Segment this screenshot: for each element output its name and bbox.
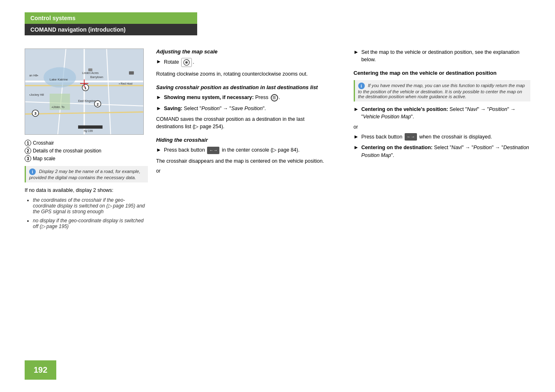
press-back-crosshair-text: Press back button ←→ when the crosshair … — [361, 133, 492, 141]
bullet-list: the coordinates of the crosshair if the … — [25, 197, 148, 229]
if-no-data-label: If no data is available, display 2 shows… — [25, 187, 148, 194]
destination-bullet: ► Centering on the destination: Select "… — [354, 144, 531, 159]
svg-rect-26 — [78, 125, 102, 129]
subtitle: COMAND navigation (introduction) — [30, 26, 126, 33]
rotate-icon — [181, 58, 192, 67]
press-back-text: Press back button ←→ in the center conso… — [164, 146, 299, 154]
rotate-desc: Rotating clockwise zooms in, rotating co… — [156, 70, 333, 78]
legend-num-3: 3 — [25, 155, 31, 162]
or-label-middle: or — [156, 168, 333, 174]
subheader-bar: COMAND navigation (introduction) — [25, 24, 197, 35]
svg-text:•Jockey Hill: •Jockey Hill — [29, 93, 44, 97]
info-note-2: i If you have moved the map, you can use… — [354, 80, 531, 101]
press-back-bullet: ► Press back button ←→ in the center con… — [156, 146, 333, 154]
rotate-text: Rotate . — [164, 58, 194, 67]
svg-text:Ny·199: Ny·199 — [84, 129, 93, 133]
legend-num-1: 1 — [25, 140, 31, 146]
svg-point-31 — [185, 61, 188, 64]
set-map-text: Set the map to the vehicle or destinatio… — [361, 48, 530, 63]
svg-text:Linden Acres: Linden Acres — [82, 71, 99, 74]
destination-label: Centering on the destination: — [361, 145, 433, 150]
vehicle-position-bullet: ► Centering on the vehicle's position: S… — [354, 106, 531, 120]
set-map-bullet: ► Set the map to the vehicle or destinat… — [354, 48, 531, 63]
arrow-icon-set: ► — [354, 49, 359, 55]
destination-text: Centering on the destination: Select "Na… — [361, 144, 530, 159]
info-icon-2: i — [358, 83, 365, 89]
hiding-body: The crosshair disappears and the map is … — [156, 157, 333, 165]
legend-label-2: Details of the crosshair position — [33, 148, 101, 154]
svg-rect-28 — [129, 71, 134, 74]
svg-text:Barrytown: Barrytown — [90, 76, 103, 79]
show-menu-label: Showing menu system, if necessary: — [164, 95, 254, 100]
arrow-icon-saving: ► — [156, 105, 161, 111]
svg-text:East Kingston: East Kingston — [78, 99, 96, 103]
section-title: Control systems — [30, 15, 76, 21]
menu-press-icon: ☰ — [271, 94, 278, 101]
legend-label-1: Crosshair — [33, 140, 54, 146]
arrow-icon-dest: ► — [354, 144, 359, 150]
svg-text:an Hill•: an Hill• — [29, 74, 38, 77]
back-button-icon: ←→ — [207, 147, 219, 154]
back-button-icon-2: ←→ — [405, 133, 417, 141]
legend-num-2: 2 — [25, 148, 31, 154]
section-bar: Control systems — [25, 12, 197, 24]
info-note-1-text: Display 2 may be the name of a road, for… — [29, 169, 140, 180]
or-label-right: or — [354, 124, 531, 130]
vehicle-position-text: Centering on the vehicle's position: Sel… — [361, 106, 530, 120]
svg-text:1: 1 — [84, 86, 86, 90]
hiding-crosshair-title: Hiding the crosshair — [156, 137, 333, 143]
svg-text:3: 3 — [35, 111, 37, 115]
svg-text:•Ulster, To: •Ulster, To — [52, 106, 64, 108]
legend-item-3: 3 Map scale — [25, 155, 148, 162]
svg-text:Lake Katrine: Lake Katrine — [50, 78, 68, 81]
info-note-1: i Display 2 may be the name of a road, f… — [25, 166, 148, 182]
bullet-item-2: no display if the geo-coordinate display… — [33, 218, 148, 229]
map-image: Lake Katrine Barrytown Linden Acres an H… — [25, 48, 144, 135]
press-back-crosshair-bullet: ► Press back button ←→ when the crosshai… — [354, 133, 531, 141]
svg-rect-29 — [88, 69, 92, 71]
left-column: Lake Katrine Barrytown Linden Acres an H… — [25, 48, 156, 233]
arrow-icon-vehicle: ► — [354, 106, 359, 112]
middle-column: Adjusting the map scale ► Rotate . — [156, 48, 341, 233]
page-number: 192 — [25, 360, 56, 380]
svg-text:• Red Hool: • Red Hool — [119, 82, 133, 85]
rotate-label: Rotate — [164, 59, 179, 65]
main-content: Lake Katrine Barrytown Linden Acres an H… — [25, 48, 530, 233]
centering-heading: Centering the map on the vehicle or dest… — [354, 70, 531, 76]
arrow-icon-menu: ► — [156, 94, 161, 100]
show-menu-bullet: ► Showing menu system, if necessary: Pre… — [156, 94, 333, 101]
info-icon-1: i — [29, 168, 36, 175]
arrow-icon-back2: ► — [354, 134, 359, 140]
saving-label: Saving: — [164, 106, 182, 111]
far-right-column: ► Set the map to the vehicle or destinat… — [354, 48, 531, 233]
adjusting-scale-title: Adjusting the map scale — [156, 48, 333, 55]
legend-label-3: Map scale — [33, 156, 55, 161]
legend-item-2: 2 Details of the crosshair position — [25, 148, 148, 154]
saving-crosshair-title: Saving crosshair position as destination… — [156, 84, 333, 90]
saving-bullet: ► Saving: Select "Position" → "Save Posi… — [156, 105, 333, 112]
info-note-2-text: If you have moved the map, you can use t… — [358, 83, 525, 99]
arrow-icon-back: ► — [156, 147, 161, 153]
bullet-item-1: the coordinates of the crosshair if the … — [33, 197, 148, 214]
svg-text:2: 2 — [97, 102, 99, 106]
show-menu-text: Showing menu system, if necessary: Press… — [164, 94, 280, 101]
header-section: Control systems COMAND navigation (intro… — [25, 12, 530, 44]
vehicle-position-label: Centering on the vehicle's position: — [361, 106, 448, 112]
saving-body: COMAND saves the crosshair position as a… — [156, 115, 333, 130]
arrow-icon-rotate: ► — [156, 58, 161, 65]
saving-text: Saving: Select "Position" → "Save Positi… — [164, 105, 266, 112]
legend: 1 Crosshair 2 Details of the crosshair p… — [25, 140, 148, 162]
rotate-bullet: ► Rotate . — [156, 58, 333, 67]
right-section: Adjusting the map scale ► Rotate . — [156, 48, 530, 233]
legend-item-1: 1 Crosshair — [25, 140, 148, 146]
